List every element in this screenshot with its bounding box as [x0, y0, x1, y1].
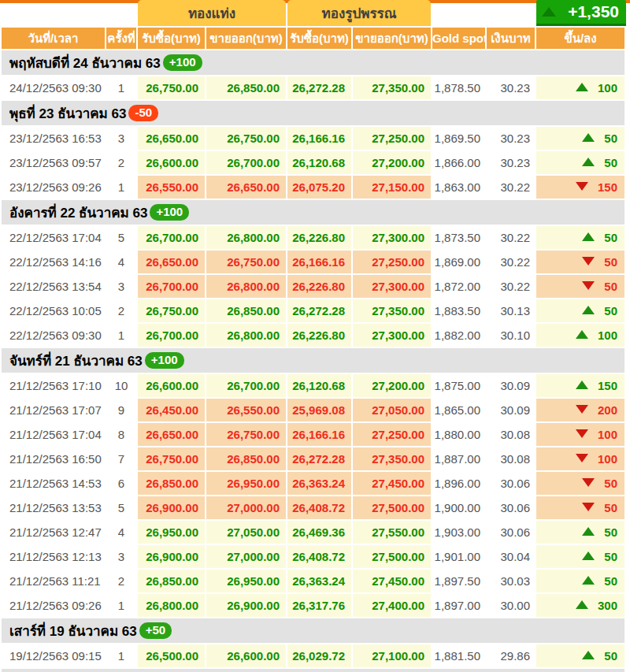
- price-row: 24/12/2563 09:30126,750.0026,850.0026,27…: [2, 76, 624, 99]
- bar-buy-cell: 26,650.00: [138, 251, 205, 273]
- datetime-cell: 21/12/2563 13:53: [2, 496, 105, 519]
- gold-spot-cell: 1,866.00: [432, 151, 485, 174]
- bar-buy-cell: 26,600.00: [138, 374, 205, 397]
- bar-buy-cell: 26,850.00: [138, 472, 205, 495]
- ornament-buy-cell: 26,120.68: [287, 151, 351, 174]
- ornament-buy-cell: 26,317.76: [287, 594, 351, 617]
- ornament-sell-cell: 27,300.00: [353, 275, 431, 298]
- change-cell: 50: [536, 570, 624, 592]
- down-triangle-icon: [576, 405, 588, 414]
- baht-cell: 30.06: [487, 496, 535, 519]
- change-value: 50: [604, 649, 617, 663]
- datetime-cell: 23/12/2563 09:57: [2, 151, 105, 174]
- date-group-cell: จันทร์ที่ 21 ธันวาคม 63+100: [2, 348, 624, 373]
- up-triangle-icon: [582, 527, 595, 536]
- baht-cell: 30.03: [487, 570, 535, 592]
- column-header-1: ครั้งที่: [106, 28, 136, 49]
- ornament-buy-cell: 26,272.28: [287, 76, 351, 99]
- bar-sell-cell: 26,700.00: [206, 374, 286, 397]
- change-cell: 50: [536, 151, 624, 174]
- price-row: 22/12/2563 10:05226,750.0026,850.0026,27…: [2, 299, 624, 322]
- daily-change-badge: +100: [163, 54, 202, 71]
- daily-change-badge: +100: [150, 204, 189, 221]
- gold-spot-cell: 1,897.00: [432, 594, 485, 617]
- round-cell: 5: [106, 496, 136, 519]
- cutoff-group-cell: [2, 669, 624, 672]
- bar-sell-cell: 26,550.00: [206, 399, 286, 421]
- ornament-sell-cell: 27,400.00: [353, 594, 431, 617]
- datetime-cell: 19/12/2563 09:15: [2, 644, 105, 667]
- up-triangle-icon: [576, 381, 588, 389]
- baht-cell: 30.08: [487, 447, 535, 470]
- datetime-cell: 21/12/2563 12:13: [2, 545, 105, 568]
- change-value: 150: [598, 379, 617, 392]
- change-cell: 150: [536, 176, 624, 199]
- round-cell: 1: [106, 594, 136, 617]
- ornament-sell-cell: 27,550.00: [353, 521, 431, 544]
- round-cell: 7: [106, 447, 136, 470]
- change-value: 50: [604, 280, 617, 293]
- datetime-cell: 22/12/2563 13:54: [2, 275, 105, 298]
- date-group-cell: เสาร์ที่ 19 ธันวาคม 63+50: [2, 618, 624, 643]
- round-cell: 3: [106, 275, 136, 298]
- column-header-row: วันที่/เวลาครั้งที่รับซื้อ(บาท)ขายออก(บา…: [2, 28, 624, 49]
- gold-spot-cell: 1,900.00: [432, 496, 485, 519]
- bar-sell-cell: 26,850.00: [206, 299, 286, 322]
- price-row: 21/12/2563 14:53626,850.0026,950.0026,36…: [2, 472, 624, 495]
- baht-cell: 30.22: [487, 226, 535, 249]
- up-triangle-icon: [582, 133, 595, 142]
- round-cell: 3: [106, 545, 136, 568]
- change-value: 100: [598, 428, 617, 441]
- down-triangle-icon: [582, 257, 595, 265]
- ornament-buy-cell: 26,363.24: [287, 472, 351, 495]
- baht-cell: 30.10: [487, 324, 535, 347]
- bar-sell-cell: 26,600.00: [206, 644, 286, 667]
- gold-spot-cell: 1,875.00: [432, 374, 485, 397]
- price-row: 23/12/2563 16:53326,650.0026,750.0026,16…: [2, 127, 624, 150]
- ornament-sell-cell: 27,100.00: [353, 644, 431, 667]
- change-value: 50: [604, 132, 617, 145]
- baht-cell: 30.06: [487, 521, 535, 544]
- change-cell: 100: [536, 447, 624, 470]
- round-cell: 6: [106, 472, 136, 495]
- change-value: 150: [598, 180, 617, 194]
- bar-sell-cell: 26,850.00: [206, 76, 286, 99]
- datetime-cell: 21/12/2563 17:04: [2, 423, 105, 446]
- ornament-sell-cell: 27,050.00: [353, 399, 431, 421]
- baht-cell: 30.23: [487, 151, 535, 174]
- ornament-sell-cell: 27,300.00: [353, 226, 431, 249]
- change-cell: 50: [536, 127, 624, 150]
- datetime-cell: 23/12/2563 09:26: [2, 176, 105, 199]
- ornament-buy-cell: 25,969.08: [287, 399, 351, 421]
- gold-spot-cell: 1,872.00: [432, 275, 485, 298]
- change-value: 50: [604, 304, 617, 317]
- change-cell: 50: [536, 251, 624, 273]
- change-value: 50: [604, 156, 617, 169]
- price-row: 21/12/2563 17:07926,450.0026,550.0025,96…: [2, 399, 624, 421]
- baht-cell: 30.22: [487, 176, 535, 199]
- bar-buy-cell: 26,750.00: [138, 76, 205, 99]
- date-group-row: เสาร์ที่ 19 ธันวาคม 63+50: [2, 618, 624, 643]
- change-value: 50: [604, 477, 617, 490]
- date-group-cell: พุธที่ 23 ธันวาคม 63-50: [2, 101, 624, 125]
- ornament-buy-cell: 26,363.24: [287, 570, 351, 592]
- change-value: 100: [598, 329, 617, 342]
- price-row: 23/12/2563 09:57226,600.0026,700.0026,12…: [2, 151, 624, 174]
- gold-spot-cell: 1,883.50: [432, 299, 485, 322]
- gold-price-table: วันที่/เวลาครั้งที่รับซื้อ(บาท)ขายออก(บา…: [0, 26, 626, 672]
- bar-sell-cell: 26,850.00: [206, 447, 286, 470]
- round-cell: 1: [106, 644, 136, 667]
- ornament-buy-cell: 26,120.68: [287, 374, 351, 397]
- price-row: 21/12/2563 17:101026,600.0026,700.0026,1…: [2, 374, 624, 397]
- baht-cell: 30.23: [487, 76, 535, 99]
- up-triangle-icon: [582, 158, 595, 166]
- round-cell: 1: [106, 324, 136, 347]
- gold-spot-cell: 1,869.00: [432, 251, 485, 273]
- bar-sell-cell: 27,000.00: [206, 545, 286, 568]
- down-triangle-icon: [582, 478, 595, 487]
- up-triangle-icon: [582, 232, 595, 241]
- bar-sell-cell: 26,750.00: [206, 251, 286, 273]
- ornament-sell-cell: 27,200.00: [353, 374, 431, 397]
- gold-price-page: ทองแท่ง ทองรูปพรรณ +1,350 วันที่/เวลาครั…: [0, 0, 630, 672]
- ornament-sell-cell: 27,300.00: [353, 324, 431, 347]
